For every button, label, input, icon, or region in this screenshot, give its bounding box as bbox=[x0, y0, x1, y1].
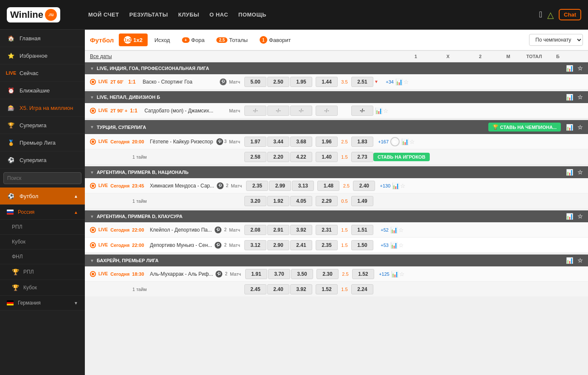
chart-icon-match[interactable]: 📊 bbox=[391, 271, 398, 277]
total-button[interactable]: 2.40 bbox=[353, 181, 375, 191]
star-icon[interactable]: ☆ bbox=[577, 213, 583, 220]
league-header-argentina-d[interactable]: ▼ АРГЕНТИНА, ПРИМЕРА D, КЛАУСУРА 📊 ☆ bbox=[85, 210, 588, 222]
tab-favorite[interactable]: 1 Фаворит bbox=[255, 34, 296, 46]
chart-icon-nepal[interactable]: 📊 bbox=[566, 94, 573, 101]
odd-x-button[interactable]: 2.90 bbox=[267, 240, 289, 250]
fora-m-button[interactable]: 1.96 bbox=[316, 137, 338, 147]
odd-x-button[interactable]: 2.40 bbox=[267, 284, 289, 294]
odd-2-button[interactable]: 3.92 bbox=[290, 225, 312, 235]
league-header-turkey[interactable]: ▼ ТУРЦИЯ, СУПЕРЛИГА 🏆 СТАВЬ НА ЧЕМПИОНА.… bbox=[85, 120, 588, 134]
odd-x-button[interactable]: 2.99 bbox=[269, 181, 291, 191]
logo[interactable]: Winline .ru bbox=[7, 7, 75, 22]
odd-2-button[interactable]: 4.05 bbox=[290, 196, 312, 206]
odd-2-button[interactable]: 3.13 bbox=[292, 181, 314, 191]
sidebar-item-nearest[interactable]: ⏰ Ближайшие bbox=[0, 82, 85, 99]
sidebar-item-favorites[interactable]: ⭐ Избранное bbox=[0, 47, 85, 64]
odd-1-button[interactable]: 1.97 bbox=[244, 137, 266, 147]
odd-2-button[interactable]: 3.50 bbox=[291, 269, 313, 279]
star-icon-match[interactable]: ☆ bbox=[399, 271, 405, 277]
android-icon[interactable]: △ bbox=[547, 10, 554, 20]
match-name[interactable]: Гёзтепе - Кайкур Ризеспор bbox=[150, 139, 214, 145]
odd-1-button[interactable]: 3.12 bbox=[244, 240, 266, 250]
sidebar-item-rpl[interactable]: РПЛ bbox=[0, 220, 85, 235]
match-name[interactable]: Клейпол - Депортиво Па... bbox=[150, 227, 212, 233]
star-icon-match[interactable]: ☆ bbox=[400, 182, 406, 189]
nav-clubs[interactable]: КЛУБЫ bbox=[178, 11, 199, 18]
odd-2-button[interactable]: -/- bbox=[290, 106, 312, 116]
star-icon-match[interactable]: ☆ bbox=[383, 107, 389, 114]
total-button[interactable]: 1.83 bbox=[351, 137, 373, 147]
chart-icon[interactable]: 📊 bbox=[566, 257, 573, 264]
odd-x-button[interactable]: -/- bbox=[267, 106, 289, 116]
star-icon[interactable]: ☆ bbox=[577, 169, 583, 176]
fora-m-button[interactable]: 2.30 bbox=[316, 269, 339, 279]
sidebar-item-fnl[interactable]: ФНЛ bbox=[0, 249, 85, 264]
all-dates-link[interactable]: Все даты bbox=[90, 53, 112, 59]
nav-my-account[interactable]: МОЙ СЧЕТ bbox=[88, 11, 119, 18]
total-button-2[interactable]: 1.49 bbox=[351, 196, 373, 206]
more-bets-button[interactable]: +125 bbox=[374, 271, 389, 277]
chart-icon-match[interactable]: 📊 bbox=[390, 227, 398, 233]
odd-x-button[interactable]: 1.92 bbox=[267, 196, 289, 206]
fora-m-button[interactable]: -/- bbox=[316, 106, 338, 116]
chart-icon-match[interactable]: 📊 bbox=[390, 242, 398, 249]
sidebar-item-football[interactable]: ⚽ Футбол ▲ bbox=[0, 188, 85, 205]
nav-help[interactable]: ПОМОЩЬ bbox=[238, 11, 266, 18]
tab-totals[interactable]: 2.5 Тоталы bbox=[211, 34, 253, 46]
stavka-button[interactable]: СТАВЬ НА ИГРОКОВ bbox=[373, 153, 430, 161]
total-button[interactable]: 1.51 bbox=[351, 225, 373, 235]
fora-m-button[interactable]: 1.52 bbox=[316, 284, 338, 294]
odd-2-button[interactable]: 3.68 bbox=[290, 137, 312, 147]
tab-fora[interactable]: + Фора bbox=[177, 34, 210, 46]
search-input[interactable] bbox=[3, 172, 81, 184]
total-button-2[interactable]: 1.50 bbox=[351, 240, 373, 250]
tab-1x2[interactable]: 1x2 1х2 bbox=[119, 34, 148, 46]
star-icon[interactable]: ☆ bbox=[577, 257, 583, 264]
fora-m-button[interactable]: 1.44 bbox=[316, 77, 338, 87]
fora-m-button[interactable]: 2.29 bbox=[316, 196, 338, 206]
sidebar-item-live[interactable]: LIVE Сейчас bbox=[0, 64, 85, 82]
chart-icon-match[interactable]: 📊 bbox=[392, 182, 399, 189]
fora-m-button[interactable]: 1.48 bbox=[317, 181, 339, 191]
league-header-bahrain[interactable]: ▼ БАХРЕЙН, ПРЕМЬЕР ЛИГА 📊 ☆ bbox=[85, 255, 588, 266]
match-name[interactable]: Депортиво Муньиз - Сен... bbox=[150, 242, 212, 248]
nav-results[interactable]: РЕЗУЛЬТАТЫ bbox=[129, 11, 168, 18]
chart-icon-india[interactable]: 📊 bbox=[566, 65, 573, 72]
sidebar-item-rpl-trophy[interactable]: 🏆 РПЛ bbox=[0, 264, 85, 280]
play-button[interactable]: ▶ bbox=[390, 137, 400, 146]
odd-1-button[interactable]: 2.08 bbox=[244, 225, 266, 235]
star-icon-turkey[interactable]: ☆ bbox=[577, 124, 583, 131]
odd-1-button[interactable]: 2.35 bbox=[246, 181, 268, 191]
chart-icon-match[interactable]: 📊 bbox=[375, 107, 382, 114]
champ-button[interactable]: 🏆 СТАВЬ НА ЧЕМПИОНА... bbox=[488, 123, 561, 132]
odd-1-button[interactable]: 3.20 bbox=[244, 196, 266, 206]
star-icon-india[interactable]: ☆ bbox=[577, 65, 583, 72]
fora-m-button[interactable]: 1.40 bbox=[316, 152, 338, 162]
odd-x-button[interactable]: 2.50 bbox=[267, 77, 289, 87]
total-button[interactable]: 2.51 bbox=[351, 77, 373, 87]
more-bets-button[interactable]: +52 bbox=[373, 227, 389, 232]
total-button-2[interactable]: 2.24 bbox=[351, 284, 373, 294]
apple-icon[interactable]:  bbox=[539, 10, 542, 20]
sidebar-item-russia[interactable]: Россия ▲ bbox=[0, 205, 85, 220]
match-name[interactable]: Васко - Спортинг Гоа bbox=[143, 79, 217, 85]
odd-2-button[interactable]: 1.95 bbox=[290, 77, 312, 87]
fora-m-button[interactable]: 2.35 bbox=[316, 240, 338, 250]
star-icon-match[interactable]: ☆ bbox=[398, 227, 404, 233]
chart-icon-match[interactable]: 📊 bbox=[395, 78, 403, 85]
odd-1-button[interactable]: -/- bbox=[244, 106, 266, 116]
league-header-nepal[interactable]: ▼ LIVE, НЕПАЛ, ДИВИЗИОН Б 📊 ☆ bbox=[85, 91, 588, 103]
fora-m-button[interactable]: 2.31 bbox=[316, 225, 338, 235]
odd-1-button[interactable]: 2.45 bbox=[244, 284, 266, 294]
star-icon-match[interactable]: ☆ bbox=[409, 138, 415, 145]
odd-1-button[interactable]: 2.58 bbox=[244, 152, 266, 162]
chart-icon-match[interactable]: 📊 bbox=[401, 138, 409, 145]
nav-about[interactable]: О НАС bbox=[210, 11, 228, 18]
sidebar-item-premier[interactable]: 🏅 Премьер Лига bbox=[0, 134, 85, 151]
odd-2-button[interactable]: 4.22 bbox=[290, 152, 312, 162]
total-button-2[interactable]: 2.73 bbox=[351, 152, 373, 162]
star-icon-match[interactable]: ☆ bbox=[403, 78, 409, 85]
tab-outcome[interactable]: Исход bbox=[149, 34, 175, 46]
more-bets-button[interactable]: +34 bbox=[378, 79, 394, 84]
odd-x-button[interactable]: 3.44 bbox=[267, 137, 289, 147]
